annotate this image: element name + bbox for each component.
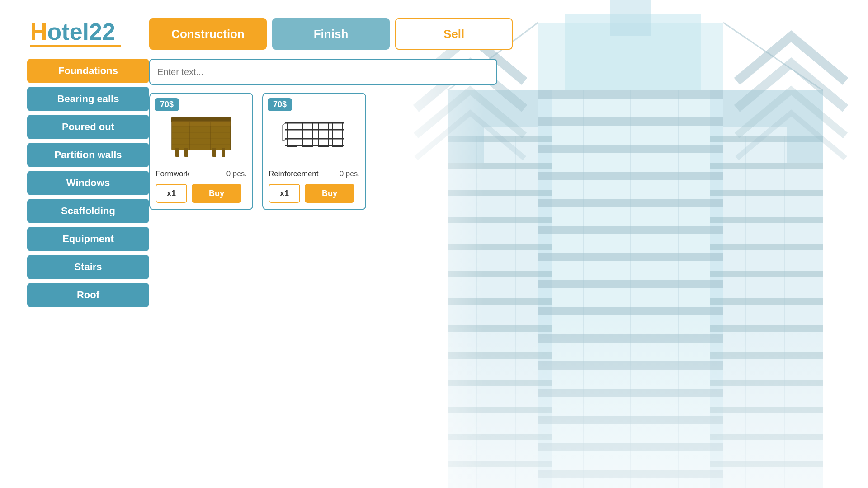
logo-rest: otel22 [47, 19, 115, 45]
sidebar: Foundations Bearing ealls Poured out Par… [27, 59, 149, 311]
svg-rect-39 [710, 271, 823, 277]
app-logo: Hotel22 [30, 18, 115, 45]
tab-finish[interactable]: Finish [272, 18, 390, 50]
logo-underline [30, 45, 121, 47]
svg-rect-77 [287, 122, 297, 147]
svg-rect-40 [710, 298, 823, 305]
svg-rect-70 [222, 148, 225, 157]
reinforcement-price-badge: 70$ [268, 98, 292, 111]
formwork-quantity-button[interactable]: x1 [156, 184, 187, 203]
formwork-buy-button[interactable]: Buy [192, 184, 241, 203]
reinforcement-name: Reinforcement [269, 169, 319, 178]
formwork-illustration [167, 109, 235, 159]
svg-marker-5 [610, 0, 651, 36]
main-tabs: Construction Finish Sell [149, 18, 513, 50]
svg-rect-36 [710, 190, 823, 196]
sidebar-item-bearing-walls[interactable]: Bearing ealls [27, 87, 149, 111]
reinforcement-actions: x1 Buy [263, 184, 365, 209]
formwork-name: Formwork [156, 169, 190, 178]
svg-rect-69 [212, 148, 216, 157]
product-card-formwork: 70$ [149, 93, 253, 210]
svg-rect-68 [184, 148, 188, 157]
sidebar-item-roof[interactable]: Roof [27, 283, 149, 307]
product-card-reinforcement: 70$ [262, 93, 366, 210]
reinforcement-info: Reinforcement 0 pcs. [263, 166, 365, 184]
search-input[interactable] [149, 59, 497, 85]
svg-rect-35 [710, 163, 823, 169]
sidebar-item-scaffolding[interactable]: Scaffolding [27, 199, 149, 223]
sidebar-item-partition-walls[interactable]: Partition walls [27, 143, 149, 167]
sidebar-item-poured-out[interactable]: Poured out [27, 115, 149, 139]
svg-rect-67 [175, 148, 179, 157]
svg-rect-38 [710, 244, 823, 250]
formwork-info: Formwork 0 pcs. [150, 166, 252, 184]
svg-rect-80 [332, 122, 342, 147]
svg-rect-78 [303, 122, 313, 147]
tab-sell[interactable]: Sell [395, 18, 513, 50]
logo-h: H [30, 19, 47, 45]
reinforcement-illustration [278, 114, 350, 155]
formwork-count: 0 pcs. [226, 169, 247, 178]
sidebar-item-equipment[interactable]: Equipment [27, 227, 149, 251]
svg-rect-72 [172, 121, 231, 126]
formwork-price-badge: 70$ [155, 98, 179, 111]
svg-rect-79 [319, 122, 329, 147]
sidebar-item-windows[interactable]: Windows [27, 171, 149, 195]
reinforcement-quantity-button[interactable]: x1 [269, 184, 300, 203]
formwork-actions: x1 Buy [150, 184, 252, 209]
products-area: 70$ [149, 93, 366, 210]
reinforcement-buy-button[interactable]: Buy [305, 184, 354, 203]
svg-rect-37 [710, 217, 823, 223]
sidebar-item-stairs[interactable]: Stairs [27, 255, 149, 279]
sidebar-item-foundations[interactable]: Foundations [27, 59, 149, 83]
tab-construction[interactable]: Construction [149, 18, 267, 50]
search-bar [149, 59, 497, 85]
reinforcement-count: 0 pcs. [340, 169, 360, 178]
